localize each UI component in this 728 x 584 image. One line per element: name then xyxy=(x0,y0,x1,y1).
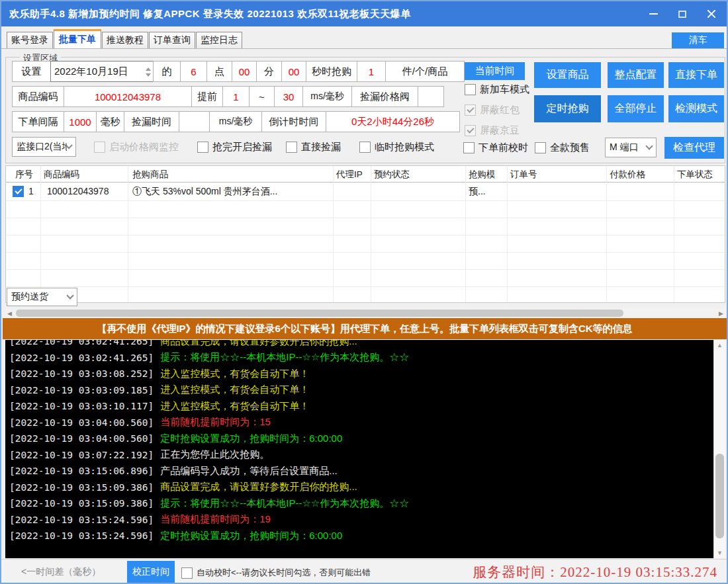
checkbox-box xyxy=(286,142,297,153)
scroll-down-icon[interactable]: ▼ xyxy=(717,550,723,556)
set-product-button[interactable]: 设置商品 xyxy=(534,62,601,88)
tab-push-tutorial[interactable]: 推送教程 xyxy=(102,32,148,48)
log-line: [2022-10-19 03:03:09.185]进入监控模式，有货会自动下单！ xyxy=(9,382,725,399)
hour-label: 点 xyxy=(206,61,232,82)
tilde-label: ~ xyxy=(249,86,275,107)
tab-batch-order[interactable]: 批量下单 xyxy=(54,29,101,48)
cell-product: ①飞天 53%vol 500ml 贵州茅台酒... xyxy=(132,186,277,198)
countdown-label: 倒计时时间 xyxy=(261,111,326,132)
checkbox-label: 临时抢购模式 xyxy=(375,141,434,153)
advance-to-input[interactable]: 30 xyxy=(274,86,303,107)
horizontal-scrollbar[interactable]: ◀ ▶ xyxy=(5,308,725,318)
log-line: [2022-10-19 03:07:22.192]正在为您停止此次抢购。 xyxy=(9,447,725,464)
advance-label: 提前 xyxy=(191,86,223,107)
product-code-input[interactable]: 100012043978 xyxy=(64,86,192,107)
delivery-dropdown-value: 预约送货 xyxy=(11,291,48,303)
log-line: [2022-10-19 03:15:09.386]提示：将使用☆☆--本机本地I… xyxy=(9,495,725,512)
checkbox-block-redpacket[interactable]: 屏蔽红包 xyxy=(465,104,520,116)
log-line: [2022-10-19 03:15:06.896]产品编码导入成功，等待后台设置… xyxy=(9,463,725,480)
cell-seq: 1 xyxy=(28,186,34,196)
col-order-no: 订单号 xyxy=(510,169,537,181)
scroll-left-icon[interactable]: ◀ xyxy=(7,310,12,317)
second-input[interactable]: 00 xyxy=(281,61,306,82)
hour-input[interactable]: 6 xyxy=(180,61,207,82)
clear-cart-button[interactable]: 清车 xyxy=(672,32,724,48)
checkbox-time-check[interactable]: 下单前校时 xyxy=(463,142,528,154)
check-proxy-button[interactable]: 检查代理 xyxy=(664,137,724,159)
scroll-up-icon[interactable]: ▲ xyxy=(717,342,723,349)
price-gate-label: 捡漏价格阀 xyxy=(351,86,418,107)
log-line: [2022-10-19 03:03:08.252]进入监控模式，有货会自动下单！ xyxy=(9,366,725,382)
log-scrollbar[interactable]: ▲ ▼ xyxy=(713,340,725,558)
stop-all-button[interactable]: 全部停止 xyxy=(608,95,664,122)
checkbox-full-presale[interactable]: 全款预售 xyxy=(535,142,590,154)
col-buy-mode: 抢购模 xyxy=(469,169,496,181)
interface-dropdown[interactable]: 监接口2(当地接 xyxy=(12,137,76,157)
footer-bar: <一时间差（毫秒） 校正时间 自动校时<--请勿议长时间勾选，否则可能出错 服务… xyxy=(1,559,727,584)
checkbox-label: 直接捡漏 xyxy=(301,141,341,153)
tab-order-query[interactable]: 订单查询 xyxy=(149,32,195,48)
checkbox-new-cart[interactable]: 新加车模式 xyxy=(465,83,529,96)
price-gate-input[interactable] xyxy=(418,86,444,107)
hourly-config-button[interactable]: 整点配置 xyxy=(608,62,664,88)
maximize-icon xyxy=(678,11,686,18)
log-lines: [2022-10-19 03:02:41.265]商品设置完成，请设置好参数开启… xyxy=(5,340,725,544)
checkbox-label: 抢完开启捡漏 xyxy=(212,141,272,153)
close-icon xyxy=(707,9,716,19)
minute-label: 分 xyxy=(256,61,282,82)
checkbox-direct-leak[interactable]: 直接捡漏 xyxy=(286,141,341,153)
delivery-dropdown[interactable]: 预约送货 xyxy=(7,288,77,306)
checkbox-label: 新加车模式 xyxy=(480,83,529,96)
log-line: [2022-10-19 03:02:41.265]商品设置完成，请设置好参数开启… xyxy=(9,340,725,350)
current-time-button[interactable]: 当前时间 xyxy=(465,62,525,80)
chevron-down-icon xyxy=(66,292,73,299)
col-pay-price: 付款价格 xyxy=(610,169,645,181)
checkbox-box xyxy=(465,125,476,136)
detect-mode-button[interactable]: 检测模式 xyxy=(668,95,724,122)
scroll-right-icon[interactable]: ▶ xyxy=(719,310,723,317)
log-scroll-thumb[interactable] xyxy=(715,454,724,538)
order-table[interactable]: 序号 商品编码 抢购商品 代理IP 预约状态 抢购模 订单号 付款价格 下单状态… xyxy=(5,165,725,303)
checkbox-auto-calibrate[interactable]: 自动校时<--请勿议长时间勾选，否则可能出错 xyxy=(181,567,371,579)
interval-input[interactable]: 1000 xyxy=(64,111,97,132)
checkbox-after-leak[interactable]: 抢完开启捡漏 xyxy=(197,141,272,153)
horizontal-scroll-thumb[interactable] xyxy=(16,310,623,317)
col-product: 抢购商品 xyxy=(132,169,168,181)
minimize-button[interactable] xyxy=(643,5,663,22)
checkbox-block-jingdou[interactable]: 屏蔽京豆 xyxy=(465,124,520,137)
leak-time-input[interactable] xyxy=(179,111,210,132)
ms-label: ms/毫秒 xyxy=(302,86,352,107)
col-order-status: 下单状态 xyxy=(677,169,713,181)
log-console[interactable]: [2022-10-19 03:02:41.265]商品设置完成，请设置好参数开启… xyxy=(5,340,725,558)
advance-from-input[interactable]: 1 xyxy=(222,86,250,107)
checkbox-label: 自动校时<--请勿议长时间勾选，否则可能出错 xyxy=(197,567,371,579)
log-line: [2022-10-19 03:02:41.265]提示：将使用☆☆--本机本地I… xyxy=(9,350,725,366)
close-button[interactable] xyxy=(702,5,721,22)
cell-code: 100012043978 xyxy=(47,186,109,196)
checkbox-box xyxy=(181,567,193,579)
tab-account-login[interactable]: 账号登录 xyxy=(7,32,53,48)
timed-buy-button[interactable]: 定时抢购 xyxy=(534,95,601,122)
server-time: 服务器时间：2022-10-19 03:15:33.274 xyxy=(473,563,717,581)
interface-dropdown-value: 监接口2(当地接 xyxy=(17,141,67,153)
maximize-button[interactable] xyxy=(672,5,692,22)
minimize-icon xyxy=(649,13,658,15)
checkbox-temp-mode[interactable]: 临时抢购模式 xyxy=(359,141,434,153)
log-line: [2022-10-19 03:15:24.596]定时抢购设置成功，抢购时间为：… xyxy=(9,528,725,544)
checkbox-box xyxy=(463,142,475,153)
tab-monitor-log[interactable]: 监控日志 xyxy=(196,32,242,48)
minute-input[interactable]: 00 xyxy=(232,61,257,82)
calibrate-time-button[interactable]: 校正时间 xyxy=(127,561,175,583)
direct-order-button[interactable]: 直接下单 xyxy=(668,62,724,88)
row-checkbox[interactable] xyxy=(13,186,24,197)
date-spinner[interactable]: 2022年10月19日 xyxy=(50,61,154,82)
ms-label2: 毫秒 xyxy=(96,111,124,132)
spinner-arrows-icon[interactable] xyxy=(146,65,151,79)
checkbox-box xyxy=(359,142,371,153)
checkbox-box xyxy=(535,142,546,153)
checkbox-price-monitor[interactable]: 启动价格阀监控 xyxy=(94,141,179,153)
port-dropdown[interactable]: M 端口 xyxy=(605,138,657,157)
qty-input[interactable]: 1 xyxy=(357,61,386,82)
chevron-down-icon xyxy=(645,142,653,149)
unit-label: 件/个/商品 xyxy=(385,61,465,82)
